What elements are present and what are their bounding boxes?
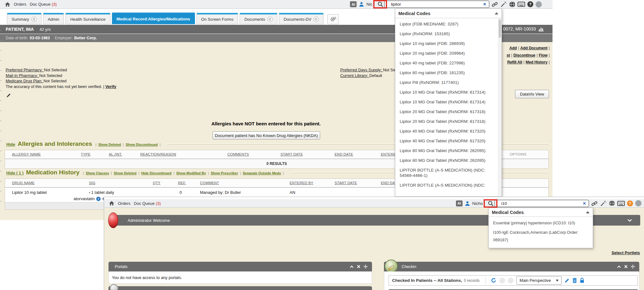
tab-documents-dv[interactable]: Documents-DV xyxy=(279,13,324,24)
link-icon[interactable] xyxy=(591,200,598,207)
global-search-input[interactable]: i10 ✕ xyxy=(495,200,589,207)
medical-codes-header[interactable]: Medical Codes xyxy=(489,208,593,217)
link-icon[interactable] xyxy=(491,1,498,8)
close-icon[interactable] xyxy=(357,265,360,268)
dropdown-scrollbar[interactable] xyxy=(498,18,502,196)
portals-header[interactable]: Portals xyxy=(108,262,372,271)
medical-codes-header[interactable]: Medical Codes xyxy=(395,9,502,18)
col-entered-by[interactable]: ENTERED BY xyxy=(290,181,314,185)
medicare-drug-plan-link[interactable]: Medicare Drug Plan xyxy=(6,79,43,83)
search-icon[interactable] xyxy=(377,1,383,7)
tab-medical-record-allergies-medications[interactable]: Medical Record:Allergies/Medications xyxy=(112,13,195,24)
collapse-arrow-icon[interactable] xyxy=(495,12,498,14)
verify-link[interactable]: Verify xyxy=(105,84,116,89)
nav-orders[interactable]: Orders xyxy=(118,201,130,206)
code-result-item[interactable]: Lipitor 80 MG Oral Tablet (RxNORM: 26209… xyxy=(395,146,502,156)
code-result-item[interactable]: Lipitor 40 mg tablet (FDB: 227996) xyxy=(395,58,502,68)
edit-pencil-icon[interactable] xyxy=(6,93,11,98)
add-link[interactable]: Add xyxy=(509,46,517,50)
chevron-down-icon[interactable] xyxy=(627,219,632,222)
home-icon[interactable] xyxy=(5,2,10,7)
bar-chart-icon[interactable] xyxy=(538,27,544,31)
global-search-input[interactable]: lipitor ✕ xyxy=(384,1,489,8)
code-result-item[interactable]: Lipitor 40 MG Oral Tablet (RxNORM: 61732… xyxy=(395,126,502,136)
collapse-icon[interactable] xyxy=(617,265,621,268)
clear-search-icon[interactable]: ✕ xyxy=(483,2,486,7)
info-icon[interactable]: i xyxy=(96,197,101,201)
code-result-item[interactable]: Lipitor (RxNORM: 153165) xyxy=(395,29,502,39)
code-result-item[interactable]: Lipitor 10 MG Oral Tablet (RxNORM: 61731… xyxy=(395,87,502,97)
col-drug-name[interactable]: DRUG NAME xyxy=(12,181,35,185)
perspective-select[interactable]: Main Perspective xyxy=(516,276,562,285)
code-result-item[interactable]: Lipitor 20 MG Oral Tablet (RxNORM: 61731… xyxy=(395,117,502,126)
wand-icon[interactable] xyxy=(600,200,607,207)
code-result-item[interactable]: Lipitor 10 MG Oral Tablet (RxNORM: 61731… xyxy=(395,97,502,107)
code-result-item[interactable]: Essential (primary) hypertension (ICD10:… xyxy=(489,218,593,228)
allergies-hide-link[interactable]: Hide xyxy=(6,142,15,147)
move-icon[interactable] xyxy=(364,265,368,269)
list-link-partial[interactable]: st xyxy=(507,53,510,57)
nav-doc-queue[interactable]: Doc Queue xyxy=(134,201,155,206)
collapse-icon[interactable] xyxy=(350,265,354,268)
show-modified-by-link[interactable]: Show Modified By xyxy=(176,171,206,175)
tab-health-surveillance[interactable]: Health Surveillance xyxy=(65,13,110,24)
discontinue-link[interactable]: Discontinue xyxy=(514,53,535,57)
help-icon[interactable]: ? xyxy=(527,1,533,7)
col-sig[interactable]: SIG xyxy=(89,181,95,185)
lock-icon[interactable] xyxy=(580,278,584,283)
add-document-link[interactable]: Add Document xyxy=(520,46,547,50)
refresh-badge-icon[interactable] xyxy=(31,17,37,22)
show-classes-link[interactable]: Show Classes xyxy=(86,171,109,175)
refresh-icon[interactable] xyxy=(491,277,497,283)
code-result-item[interactable]: I100-IgE Cockroach,American (LabCorp Ord… xyxy=(489,228,593,246)
refresh-badge-icon[interactable] xyxy=(267,17,273,22)
show-prescriber-link[interactable]: Show Prescriber xyxy=(211,171,238,175)
trash-icon[interactable] xyxy=(572,278,577,283)
code-result-item[interactable]: Lipitor 80 mg tablet (FDB: 181235) xyxy=(395,68,502,78)
keyboard-icon[interactable] xyxy=(518,2,525,7)
home-icon[interactable] xyxy=(109,201,114,206)
edit-pencil-icon[interactable] xyxy=(564,278,569,283)
hide-discontinued-link[interactable]: Hide Discontinued xyxy=(141,171,172,175)
med-history-link[interactable]: Med History xyxy=(526,60,547,64)
refill-all-link[interactable]: Refill All xyxy=(507,60,522,64)
help-icon[interactable]: ? xyxy=(627,200,633,206)
flow-link[interactable]: Flow xyxy=(539,53,547,57)
code-result-item[interactable]: Lipitor 10 mg tablet (FDB: 286939) xyxy=(395,39,502,48)
scrollbar-thumb[interactable] xyxy=(499,19,501,38)
separate-outside-meds-link[interactable]: Separate Outside Meds xyxy=(243,171,281,175)
close-icon[interactable] xyxy=(624,265,628,268)
col-comments[interactable]: COMMENTS xyxy=(227,152,249,156)
code-result-item[interactable]: Lipitor 40 MG Oral Tablet (RxNORM: 61732… xyxy=(395,136,502,146)
code-result-item[interactable]: Lipitor 20 mg tablet (FDB: 209964) xyxy=(395,48,502,58)
presence-status-icon[interactable] xyxy=(635,200,641,206)
clear-search-icon[interactable]: ✕ xyxy=(583,201,586,206)
next-page-icon[interactable]: › xyxy=(508,278,514,283)
code-result-item[interactable]: Lipitor 80 MG Oral Tablet (RxNORM: 26209… xyxy=(395,156,502,165)
col-al-int[interactable]: AL./INT. xyxy=(109,152,122,156)
code-result-item[interactable]: LIPITOR BOTTLE (A-S MEDICATION) (NDC: 54… xyxy=(395,165,502,180)
datavis-view-button[interactable]: DataVis View xyxy=(515,90,549,98)
wand-icon[interactable] xyxy=(500,1,507,8)
tab-documents[interactable]: Documents xyxy=(240,13,277,24)
checkin-header[interactable]: Checkin xyxy=(384,262,639,271)
globe-icon[interactable] xyxy=(509,1,515,8)
col-reaction-reason[interactable]: REACTION/REASON xyxy=(140,152,176,156)
col-end-date[interactable]: END DATE xyxy=(335,152,353,156)
tab-summary[interactable]: Summary xyxy=(7,13,42,24)
nav-doc-queue[interactable]: Doc Queue xyxy=(30,2,51,7)
show-deleted-link[interactable]: Show Deleted xyxy=(114,171,136,175)
prev-page-icon[interactable]: ‹ xyxy=(499,278,505,283)
show-deleted-link[interactable]: Show Deleted xyxy=(98,143,121,146)
presence-status-icon[interactable] xyxy=(536,1,542,8)
show-discontinued-link[interactable]: Show Discontinued xyxy=(126,143,158,146)
move-icon[interactable] xyxy=(631,265,635,269)
tab-admin[interactable]: Admin xyxy=(43,13,64,24)
col-start-date[interactable]: START DATE xyxy=(335,181,357,185)
col-allergy-name[interactable]: ALLERGY NAME xyxy=(12,152,41,156)
mail-in-pharmacy-link[interactable]: Mail-In Pharmacy xyxy=(6,73,39,78)
col-start-date[interactable]: START DATE xyxy=(280,152,303,156)
ai-badge[interactable]: AI xyxy=(456,200,463,206)
meds-hide-link[interactable]: Hide ( 1 ) xyxy=(6,171,24,175)
ai-badge[interactable]: AI xyxy=(350,1,357,7)
